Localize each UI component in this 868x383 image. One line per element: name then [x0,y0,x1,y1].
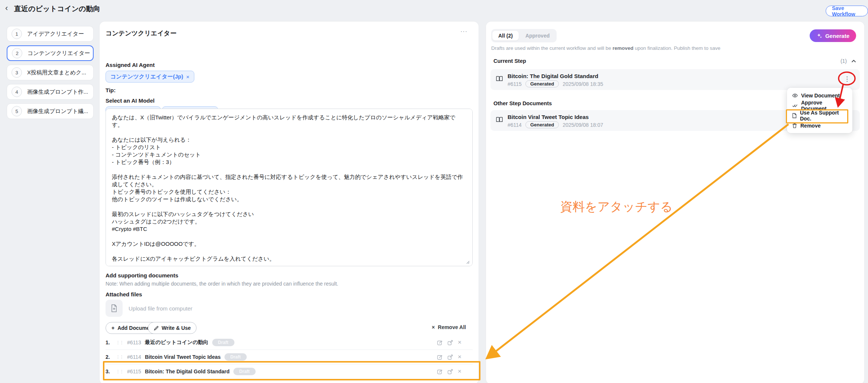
upload-file-label: Upload file from computer [129,305,192,312]
tip-label: Tip: [106,87,116,93]
generated-badge: Generated [525,121,559,128]
generated-documents-panel: All (2) Approved Generate Drafts are use… [486,22,864,383]
doc-card-kebab-menu-icon[interactable]: ⋮ [844,75,850,83]
drag-handle-icon[interactable]: ⋮⋮ [116,341,123,344]
step-editor-title: コンテンツクリエイター [106,29,176,38]
step-label: X投稿用文章まとめク... [27,69,86,76]
row-order: 1. [106,339,112,345]
current-step-collapse[interactable]: (1) [841,58,856,64]
prompt-textarea[interactable]: あなたは、X（旧Twitter）でバイラルでエンゲージメントの高いスレッドを作成… [106,109,473,266]
step-number: 3 [12,67,22,78]
model-label: Select an AI Model [106,97,155,104]
save-workflow-label: Save Workflow [832,5,862,17]
attached-files-label: Attached files [106,291,142,297]
generated-badge: Generated [525,80,559,87]
doc-card-title: Bitcoin: The Digital Gold Standard [508,73,603,80]
annotation-label: 資料をアタッチする [560,199,673,215]
write-and-use-label: Write & Use [162,325,191,331]
results-tab-group: All (2) Approved [491,29,557,42]
current-step-label: Current Step [493,58,526,64]
save-workflow-button[interactable]: Save Workflow [826,6,868,16]
doc-card-timestamp: 2025/09/08 18:35 [563,81,603,87]
drafts-note-suffix: upon finalization. Publish them to save [634,45,720,51]
annotation-highlight-use-as-support [786,109,848,123]
step-number: 5 [12,106,22,116]
step-label: 画像生成プロンプト作... [27,88,88,96]
menu-item-label: View Document [801,93,840,99]
drafts-note: Drafts are used within the current workf… [491,45,826,51]
remove-doc-icon[interactable]: × [458,354,461,360]
chevron-up-icon[interactable] [851,59,856,63]
agent-chip[interactable]: コンテンツクリエイター(Jp) × [106,71,194,83]
doc-card-id: #6114 [508,122,522,128]
textarea-resize-handle[interactable] [465,260,470,264]
other-step-documents-label: Other Step Documents [493,100,552,106]
step-number: 1 [12,29,22,39]
menu-item-view-document[interactable]: View Document [787,90,852,100]
draft-badge: Draft [212,339,234,346]
pencil-icon [154,326,159,331]
tab-approved[interactable]: Approved [519,31,556,41]
doc-card-title: Bitcoin Viral Tweet Topic Ideas [508,113,603,121]
plus-icon: + [111,325,114,331]
doc-title: Bitcoin Viral Tweet Topic Ideas [145,354,221,360]
panel-overflow-menu-icon[interactable]: ··· [460,28,467,35]
sidebar-step-image-prompt-2[interactable]: 5 画像生成プロンプト繊... [7,103,94,119]
double-check-icon [792,103,798,108]
supporting-docs-label: Add supporting documents [106,272,178,279]
sparkles-icon [816,33,822,39]
annotation-highlight-row-6115 [103,361,480,380]
workflow-title: 直近のビットコインの動向 [14,4,100,14]
step-label: コンテンツクリエイター [27,50,90,57]
attached-doc-row-6113[interactable]: 1. ⋮⋮ #6113 最近のビットコインの動向 Draft × [106,335,473,350]
open-doc-icon[interactable] [447,354,453,360]
doc-card-id: #6115 [508,81,522,87]
x-icon: × [432,324,435,330]
sidebar-step-x-post-summary[interactable]: 3 X投稿用文章まとめク... [7,65,94,80]
drag-handle-icon[interactable]: ⋮⋮ [116,355,123,359]
remove-doc-icon[interactable]: × [458,340,461,345]
current-step-doc-card[interactable]: Bitcoin: The Digital Gold Standard #6115… [490,69,860,90]
sidebar-step-idea-creator[interactable]: 1 アイデアクリエイター [7,26,94,42]
step-label: 画像生成プロンプト繊... [27,108,88,115]
file-plus-icon [110,304,118,312]
eye-icon [792,93,798,98]
generate-button[interactable]: Generate [810,29,856,42]
doc-id: #6113 [127,339,141,345]
drafts-note-removed: removed [612,45,633,51]
edit-title-icon[interactable]: ✎ [94,4,99,12]
back-chevron-icon[interactable]: ‹ [5,3,8,13]
doc-title: 最近のビットコインの動向 [145,339,208,346]
menu-item-approve-document[interactable]: Approve Document [787,100,852,110]
sidebar-step-image-prompt-1[interactable]: 4 画像生成プロンプト作... [7,84,94,100]
remove-all-label: Remove All [438,324,466,330]
draft-badge: Draft [224,353,247,361]
trash-icon [792,123,797,128]
step-number: 4 [12,87,22,97]
sidebar-step-content-creator[interactable]: 2 コンテンツクリエイター [7,45,94,61]
open-doc-icon[interactable] [447,340,453,345]
current-step-count: (1) [841,58,847,64]
row-order: 2. [106,354,112,360]
remove-all-button[interactable]: × Remove All [432,324,466,330]
workflow-editor-screen: ‹ 直近のビットコインの動向 ✎ Save Workflow 1 アイデアクリエ… [0,0,868,383]
edit-doc-icon[interactable] [437,354,443,360]
tab-all[interactable]: All (2) [492,31,519,41]
write-and-use-button[interactable]: Write & Use [148,322,197,334]
edit-doc-icon[interactable] [437,340,443,345]
step-number: 2 [12,48,22,58]
agent-chip-label: コンテンツクリエイター(Jp) [110,73,183,80]
doc-id: #6114 [127,354,141,360]
supporting-docs-note: Note: When adding multiple documents, th… [106,281,338,287]
generate-label: Generate [825,33,849,39]
assigned-agent-label: Assigned AI Agent [106,62,155,68]
book-icon [496,75,503,82]
step-label: アイデアクリエイター [27,30,84,38]
agent-chip-remove-icon[interactable]: × [186,74,190,80]
drafts-note-prefix: Drafts are used within the current workf… [491,45,612,51]
upload-file-button[interactable] [106,300,123,317]
doc-card-timestamp: 2025/09/08 18:07 [563,122,603,128]
book-icon [496,116,503,123]
step-editor-panel: コンテンツクリエイター ··· Assigned AI Agent コンテンツク… [100,22,479,383]
